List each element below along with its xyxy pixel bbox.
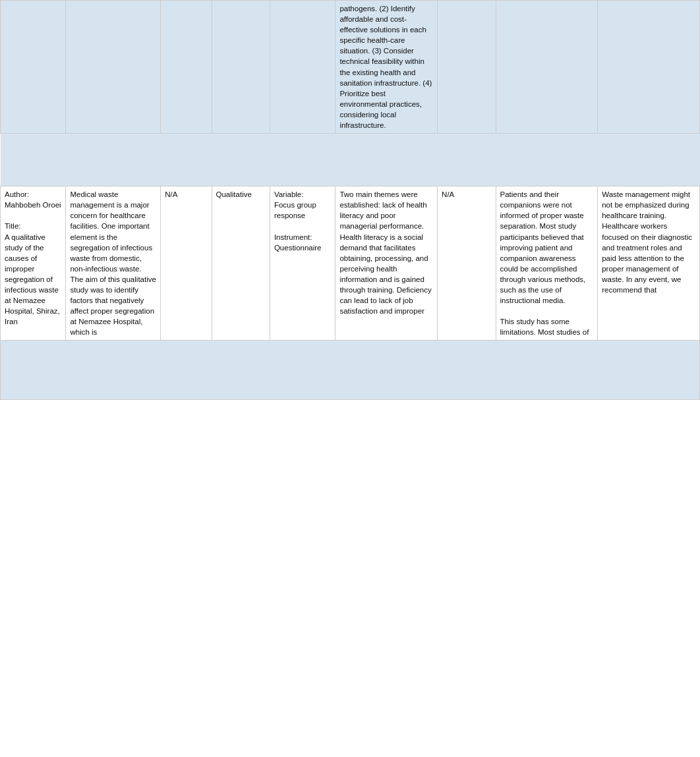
spacer-row <box>1 134 700 186</box>
top-cell-8 <box>496 1 598 134</box>
na-cell-2: N/A <box>438 186 496 341</box>
bottom-white-area <box>0 400 700 631</box>
top-cell-9 <box>598 1 700 134</box>
data-row: Author: Mahbobeh Oroei Title: A qualitat… <box>1 186 700 341</box>
bottom-empty-cell <box>1 341 700 400</box>
themes-cell: Two main themes were established: lack o… <box>335 186 438 341</box>
qualitative-cell: Qualitative <box>212 186 270 341</box>
top-content-row: pathogens. (2) Identify affordable and c… <box>1 1 700 134</box>
patients-cell: Patients and their companions were not i… <box>496 186 598 341</box>
top-cell-2 <box>66 1 161 134</box>
main-table-container: pathogens. (2) Identify affordable and c… <box>0 0 700 400</box>
top-cell-6: pathogens. (2) Identify affordable and c… <box>335 1 438 134</box>
top-cell-4 <box>212 1 270 134</box>
variable-cell: Variable: Focus group response Instrumen… <box>270 186 335 341</box>
top-cell-7 <box>438 1 496 134</box>
top-cell-3 <box>161 1 212 134</box>
bottom-blue-row <box>1 341 700 400</box>
top-cell-1 <box>1 1 66 134</box>
description-cell: Medical waste management is a major conc… <box>66 186 161 341</box>
na-cell-1: N/A <box>161 186 212 341</box>
waste-cell: Waste management might not be emphasized… <box>598 186 700 341</box>
author-cell: Author: Mahbobeh Oroei Title: A qualitat… <box>1 186 66 341</box>
top-cell-5 <box>270 1 335 134</box>
spacer-cell <box>1 134 700 186</box>
